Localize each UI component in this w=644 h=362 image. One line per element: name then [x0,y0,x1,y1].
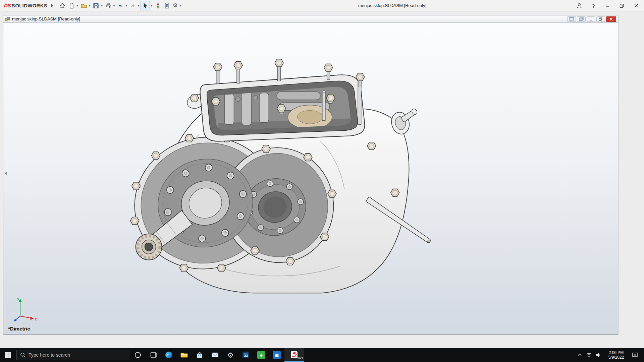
taskbar-app-settings[interactable]: ⚙ [223,348,238,362]
app-window-title: menjac sklop.SLDASM [Read-only] [358,0,426,11]
taskbar-app-media[interactable]: ▣ [269,348,284,362]
featuremanager-collapse-arrow[interactable] [4,170,8,177]
print-dropdown-caret[interactable]: ▾ [113,4,116,7]
show-desktop-button[interactable] [642,348,644,362]
volume-button[interactable] [594,348,603,362]
start-button[interactable] [0,348,16,362]
open-button[interactable] [79,1,88,10]
redo-icon [129,2,136,9]
new-document-icon [68,2,75,9]
home-button[interactable] [58,1,67,10]
doc-cascade-button[interactable] [577,16,586,22]
doc-close-button[interactable] [606,16,616,22]
print-icon [105,2,112,9]
minimize-button[interactable] [600,0,614,11]
doc-restore-icon [599,17,603,21]
taskbar-app-file-explorer[interactable] [176,348,192,362]
doc-restore-button[interactable] [596,16,605,22]
gearbox-model[interactable] [3,23,618,334]
taskbar-app-mail[interactable] [207,348,223,362]
user-account-button[interactable] [572,0,586,11]
orientation-triad: y x [11,295,40,323]
solidworks-logo[interactable]: DS SOLIDWORKS [4,3,47,8]
doc-minimize-button[interactable] [587,16,595,22]
save-button[interactable] [92,1,100,10]
options-dropdown-caret[interactable]: ▾ [179,4,182,7]
new-document-button[interactable] [67,1,76,10]
print-button[interactable] [104,1,113,10]
logo-wordmark: SOLIDWORKS [12,3,47,8]
model-top-cover[interactable] [190,59,365,141]
new-dropdown-caret[interactable]: ▾ [76,4,79,7]
network-button[interactable] [584,348,594,362]
undo-dropdown-caret[interactable]: ▾ [125,4,128,7]
tray-overflow-button[interactable] [575,348,584,362]
y-axis-label: y [17,296,19,301]
taskbar-app-solidworks[interactable]: 2021 [284,348,304,362]
redo-button[interactable] [128,1,137,10]
taskbar-app-edrawings[interactable]: e [254,348,269,362]
open-dropdown-caret[interactable]: ▾ [89,4,92,7]
file-properties-button[interactable] [163,1,171,10]
taskbar-app-cortana[interactable] [130,348,146,362]
brand-flyout-arrow-icon[interactable] [51,4,53,7]
search-input[interactable] [29,352,126,358]
speaker-icon [595,352,601,358]
rebuild-stoplight-icon [155,2,161,9]
select-tool-button[interactable] [141,1,150,10]
doc-tile-button[interactable] [567,16,576,22]
taskbar-app-edge[interactable] [161,348,176,362]
help-button[interactable]: ? [586,0,600,11]
clock-time: 2:06 PM [603,350,629,355]
search-icon [20,352,25,358]
assembly-document-icon [5,16,10,22]
undo-icon [117,2,124,9]
clock-date: 5/9/2022 [603,355,629,360]
mail-icon [211,351,219,359]
document-titlebar[interactable]: menjac sklop.SLDASM [Read-only] [3,15,618,23]
open-folder-icon [80,2,87,9]
model-spline-coupling[interactable] [136,234,162,260]
file-explorer-icon [180,351,188,359]
close-button[interactable] [629,0,644,11]
taskbar-app-photos[interactable] [238,348,254,362]
task-view-icon [150,351,157,359]
x-axis-arrow [30,317,34,320]
undo-button[interactable] [116,1,125,10]
user-account-icon [576,2,583,9]
edge-icon [165,351,173,359]
app-titlebar: DS SOLIDWORKS ▾ ▾ ▾ ▾ ▾ [0,0,644,11]
options-button[interactable]: ⚙ [172,1,179,10]
logo-ds-glyph: DS [4,3,11,8]
tile-window-icon [569,17,574,21]
x-axis-label: x [35,317,37,321]
restore-button[interactable] [614,0,629,11]
rebuild-button[interactable] [154,1,162,10]
document-window-controls [567,16,616,22]
save-dropdown-caret[interactable]: ▾ [101,4,104,7]
settings-gear-icon: ⚙ [227,352,234,359]
select-cursor-icon [142,2,149,9]
cascade-window-icon [579,17,584,21]
mdi-client-area: menjac sklop.SLDASM [Read-only] [0,11,644,348]
taskbar-clock[interactable]: 2:06 PM 5/9/2022 [603,350,629,360]
document-title: menjac sklop.SLDASM [Read-only] [12,16,80,21]
taskbar-task-view[interactable] [146,348,161,362]
notification-icon [632,352,638,358]
file-properties-icon [164,2,170,9]
taskbar-search-box[interactable] [16,350,130,360]
wifi-icon [586,352,592,358]
taskbar-app-store[interactable] [192,348,207,362]
graphics-area[interactable]: y x *Dimetric [3,23,618,334]
photos-icon [242,351,250,359]
close-icon [634,4,638,8]
z-axis-line [16,316,20,320]
home-icon [59,2,66,9]
action-center-button[interactable] [629,348,641,362]
solidworks-application: DS SOLIDWORKS ▾ ▾ ▾ ▾ ▾ [0,0,644,362]
windows-logo-icon [5,352,11,358]
options-gear-icon: ⚙ [173,3,178,8]
select-dropdown-caret[interactable]: ▾ [150,4,153,7]
restore-icon [620,4,624,8]
redo-dropdown-caret[interactable]: ▾ [138,4,141,7]
